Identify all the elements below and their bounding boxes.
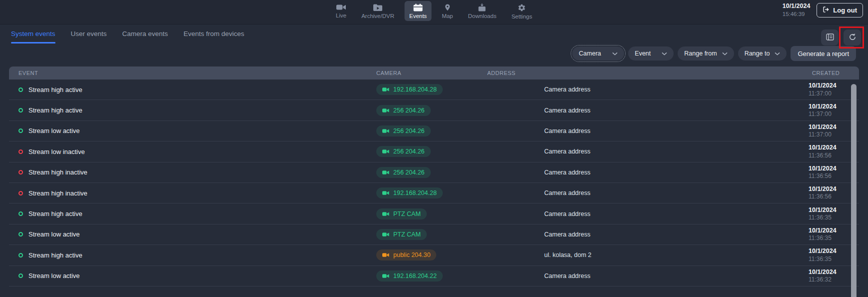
table-row[interactable]: Stream low inactive 256 204.26 Camera ad… bbox=[9, 142, 859, 162]
nav-item-settings[interactable]: Settings bbox=[507, 1, 537, 22]
tab-events-from-devices[interactable]: Events from devices bbox=[183, 24, 244, 44]
address-cell: Camera address bbox=[487, 272, 799, 280]
created-cell: 10/1/2024 11:36:56 bbox=[799, 185, 859, 201]
status-icon bbox=[18, 88, 23, 92]
nav-item-map[interactable]: Map bbox=[437, 1, 457, 21]
generate-report-button[interactable]: Generate a report bbox=[791, 46, 856, 61]
chevron-down-icon bbox=[722, 50, 728, 57]
camera-icon bbox=[382, 190, 389, 196]
status-icon bbox=[18, 212, 23, 216]
camera-badge[interactable]: 192.168.204.28 bbox=[376, 188, 443, 198]
camera-badge[interactable]: 192.168.204.22 bbox=[376, 270, 443, 282]
event-filter-dropdown[interactable]: Event bbox=[628, 46, 674, 60]
nav-item-downloads[interactable]: Downloads bbox=[464, 1, 501, 21]
table-row[interactable]: Stream high active PTZ CAM Camera addres… bbox=[9, 204, 859, 224]
tab-user-events[interactable]: User events bbox=[71, 24, 107, 44]
range-from-dropdown[interactable]: Range from bbox=[678, 46, 734, 60]
table-row[interactable]: Stream low active 256 204.26 Camera addr… bbox=[9, 121, 859, 142]
video-camera-icon bbox=[336, 4, 346, 11]
camera-cell: 192.168.204.28 bbox=[376, 84, 487, 95]
address-cell: Camera address bbox=[487, 128, 799, 134]
created-cell: 10/1/2024 11:36:56 bbox=[799, 144, 859, 160]
camera-badge[interactable]: 256 204.26 bbox=[376, 167, 431, 178]
chevron-down-icon bbox=[612, 50, 618, 57]
event-label: Stream high active bbox=[28, 210, 82, 218]
address-cell: Camera address bbox=[487, 86, 799, 93]
camera-badge-label: 256 204.26 bbox=[393, 107, 425, 114]
nav-label: Settings bbox=[511, 14, 532, 20]
created-cell: 10/1/2024 11:36:35 bbox=[799, 247, 859, 263]
map-pin-icon bbox=[444, 4, 451, 12]
nav-item-archive-dvr[interactable]: Archive/DVR bbox=[357, 1, 399, 21]
created-cell: 10/1/2024 11:36:32 bbox=[799, 268, 859, 284]
logout-label: Log out bbox=[833, 6, 857, 14]
event-label: Stream low active bbox=[28, 230, 80, 238]
camera-cell: 256 204.26 bbox=[376, 167, 487, 178]
event-label: Stream high inactive bbox=[28, 190, 87, 197]
table-row[interactable]: Stream high active public 204.30 ul. kol… bbox=[9, 245, 859, 266]
camera-badge[interactable]: 192.168.204.28 bbox=[376, 84, 443, 95]
logout-icon bbox=[823, 6, 830, 14]
range-from-label: Range from bbox=[684, 50, 717, 57]
camera-cell: 256 204.26 bbox=[376, 146, 487, 157]
status-icon bbox=[18, 108, 23, 112]
camera-badge[interactable]: public 204.30 bbox=[376, 250, 436, 260]
event-label: Stream low active bbox=[28, 127, 80, 134]
camera-cell: PTZ CAM bbox=[376, 229, 487, 240]
table-row[interactable]: Stream high inactive 256 204.26 Camera a… bbox=[9, 162, 859, 183]
logout-button[interactable]: Log out bbox=[817, 3, 863, 18]
event-cell: Stream high active bbox=[9, 252, 376, 259]
camera-icon bbox=[382, 149, 389, 154]
vertical-scrollbar[interactable] bbox=[851, 84, 857, 297]
event-cell: Stream high active bbox=[9, 210, 376, 218]
table-row[interactable]: Stream high active 192.168.204.28 Camera… bbox=[9, 80, 859, 100]
address-cell: Camera address bbox=[487, 231, 799, 238]
event-label: Stream high active bbox=[28, 252, 82, 259]
camera-badge[interactable]: PTZ CAM bbox=[376, 229, 427, 240]
view-buttons bbox=[821, 30, 861, 46]
event-cell: Stream high inactive bbox=[9, 168, 376, 176]
topbar: Live Archive/DVR Events Map Downloads Se… bbox=[0, 0, 868, 24]
camera-badge-label: 256 204.26 bbox=[393, 148, 425, 155]
nav-item-live[interactable]: Live bbox=[331, 1, 351, 20]
camera-badge-label: 192.168.204.28 bbox=[393, 190, 437, 196]
camera-filter-dropdown[interactable]: Camera bbox=[572, 46, 624, 60]
created-cell: 10/1/2024 11:37:00 bbox=[799, 123, 859, 139]
camera-badge[interactable]: 256 204.26 bbox=[376, 146, 431, 157]
tab-camera-events[interactable]: Camera events bbox=[122, 24, 168, 44]
chevron-down-icon bbox=[775, 50, 780, 57]
gear-icon bbox=[518, 4, 526, 12]
column-header-event: EVENT bbox=[9, 70, 376, 76]
column-header-created: CREATED bbox=[799, 70, 859, 76]
camera-cell: PTZ CAM bbox=[376, 208, 487, 220]
address-cell: Camera address bbox=[487, 210, 799, 218]
refresh-button[interactable] bbox=[844, 30, 861, 46]
camera-cell: public 204.30 bbox=[376, 250, 487, 260]
table-row[interactable]: Stream high inactive 192.168.204.28 Came… bbox=[9, 183, 859, 204]
report-view-button[interactable] bbox=[821, 30, 839, 46]
range-to-label: Range to bbox=[745, 50, 770, 57]
event-cell: Stream high inactive bbox=[9, 190, 376, 197]
event-label: Stream low inactive bbox=[28, 148, 85, 156]
table-row[interactable]: Stream high active 256 204.26 Camera add… bbox=[9, 100, 859, 120]
event-filter-label: Event bbox=[635, 50, 651, 57]
created-cell: 10/1/2024 11:36:35 bbox=[799, 226, 859, 242]
folder-play-icon bbox=[373, 4, 383, 12]
tab-system-events[interactable]: System events bbox=[11, 24, 55, 44]
camera-icon bbox=[382, 212, 389, 216]
status-icon bbox=[18, 170, 23, 174]
status-icon bbox=[18, 150, 23, 154]
range-to-dropdown[interactable]: Range to bbox=[738, 46, 787, 60]
camera-badge[interactable]: 256 204.26 bbox=[376, 105, 431, 116]
camera-badge[interactable]: PTZ CAM bbox=[376, 208, 427, 220]
camera-icon bbox=[382, 232, 389, 237]
chevron-down-icon bbox=[662, 50, 667, 57]
nav-item-events[interactable]: Events bbox=[405, 1, 431, 21]
camera-badge[interactable]: 256 204.26 bbox=[376, 126, 431, 136]
address-cell: ul. kolasa, dom 2 bbox=[487, 252, 799, 258]
camera-icon bbox=[382, 252, 389, 258]
table-row[interactable]: Stream low active PTZ CAM Camera address… bbox=[9, 224, 859, 245]
address-cell: Camera address bbox=[487, 107, 799, 114]
table-row[interactable]: Stream low active 192.168.204.22 Camera … bbox=[9, 266, 859, 286]
status-icon bbox=[18, 191, 23, 196]
